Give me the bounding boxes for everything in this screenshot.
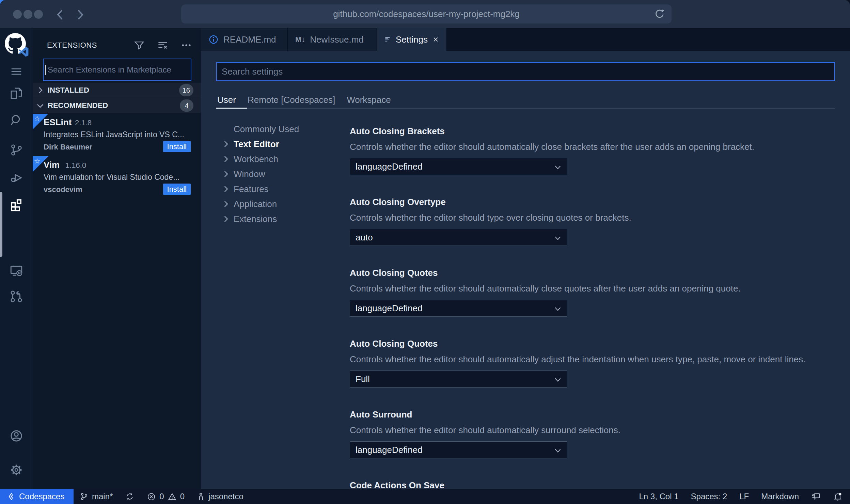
account-icon bbox=[9, 429, 23, 443]
toc-item-window[interactable]: Window bbox=[221, 167, 344, 182]
errors-count: 0 bbox=[159, 492, 164, 501]
account-button[interactable] bbox=[0, 425, 32, 447]
extensions-icon bbox=[9, 197, 23, 211]
branch-icon bbox=[80, 492, 89, 501]
markdown-icon: M↓ bbox=[295, 35, 305, 44]
tab-readme[interactable]: README.md bbox=[201, 28, 288, 51]
setting-value-dropdown[interactable]: languageDefined bbox=[350, 158, 567, 175]
settings-search-input[interactable] bbox=[216, 62, 835, 81]
reload-button[interactable] bbox=[654, 8, 665, 20]
tab-settings[interactable]: Settings bbox=[377, 28, 447, 51]
notifications-button[interactable] bbox=[827, 489, 850, 504]
section-recommended[interactable]: RECOMMENDED 4 bbox=[33, 98, 201, 113]
window-minimize-button[interactable] bbox=[23, 10, 32, 19]
sidebar-item-search[interactable] bbox=[0, 109, 32, 131]
branch-status[interactable]: main* bbox=[74, 489, 119, 504]
extension-publisher: vscodevim bbox=[44, 185, 82, 194]
extension-card-eslint[interactable]: ☆ ESLint 2.1.8 Integrates ESLint JavaScr… bbox=[33, 114, 201, 156]
sidebar-item-explorer[interactable] bbox=[0, 82, 32, 104]
source-control-icon bbox=[10, 143, 23, 157]
search-icon bbox=[10, 113, 23, 127]
chevron-right-icon bbox=[221, 200, 230, 208]
chevron-right-icon bbox=[221, 185, 230, 193]
tab-label: Settings bbox=[396, 34, 428, 45]
activity-bar bbox=[0, 28, 32, 489]
chevron-left-icon bbox=[55, 9, 65, 20]
setting-description: Controls whether the editor should autom… bbox=[350, 424, 840, 436]
sidebar-item-extensions[interactable] bbox=[0, 193, 32, 215]
settings-editor: User Remote [Codespaces] Workspace Commo… bbox=[201, 51, 850, 489]
address-bar[interactable]: github.com/codespaces/user-my-project-mg… bbox=[181, 4, 672, 23]
toc-item-features[interactable]: Features bbox=[221, 182, 344, 196]
info-icon bbox=[208, 34, 219, 45]
sidebar-item-run-debug[interactable] bbox=[0, 167, 32, 189]
remote-explorer-icon bbox=[9, 264, 23, 278]
language-mode-status[interactable]: Markdown bbox=[755, 489, 805, 504]
toc-item-workbench[interactable]: Workbench bbox=[221, 152, 344, 167]
setting-item-code-actions-on-save: Code Actions On Save bbox=[350, 480, 840, 489]
window-close-button[interactable] bbox=[13, 10, 22, 19]
close-icon[interactable] bbox=[432, 35, 439, 44]
filter-icon[interactable] bbox=[133, 40, 145, 51]
install-button[interactable]: Install bbox=[163, 184, 191, 195]
setting-description: Controls whether the editor should type … bbox=[350, 212, 840, 223]
toc-item-commonly-used[interactable]: Commonly Used bbox=[221, 122, 344, 137]
sidebar-item-source-control[interactable] bbox=[0, 139, 32, 161]
person-icon bbox=[197, 492, 205, 501]
setting-description: Controls whether the editor should autom… bbox=[350, 353, 840, 365]
setting-description: Controls whether the editor should autom… bbox=[350, 283, 840, 294]
setting-title: Auto Closing Brackets bbox=[350, 126, 840, 136]
chevron-right-icon bbox=[221, 140, 230, 148]
tab-newissue[interactable]: M↓ NewIssue.md bbox=[288, 28, 377, 51]
tab-bar: README.md M↓ NewIssue.md Settings bbox=[201, 28, 850, 51]
bell-icon bbox=[833, 492, 843, 501]
problems-status[interactable]: 0 0 bbox=[141, 489, 191, 504]
install-button[interactable]: Install bbox=[163, 141, 191, 152]
setting-value-dropdown[interactable]: auto bbox=[350, 229, 567, 246]
github-codespaces-logo[interactable] bbox=[5, 33, 27, 56]
toc-item-application[interactable]: Application bbox=[221, 196, 344, 211]
setting-value-dropdown[interactable]: Full bbox=[350, 371, 567, 388]
app-main: EXTENSIONS INSTALL bbox=[0, 28, 850, 489]
setting-value-dropdown[interactable]: languageDefined bbox=[350, 300, 567, 317]
menu-button[interactable] bbox=[0, 61, 32, 82]
section-label: INSTALLED bbox=[48, 86, 89, 95]
scope-tab-workspace[interactable]: Workspace bbox=[347, 95, 391, 105]
section-installed[interactable]: INSTALLED 16 bbox=[33, 83, 201, 98]
sync-status[interactable] bbox=[119, 489, 141, 504]
feedback-button[interactable] bbox=[805, 489, 827, 504]
remote-icon bbox=[6, 492, 15, 501]
editor-area: README.md M↓ NewIssue.md Settings bbox=[201, 28, 850, 489]
user-status[interactable]: jasonetco bbox=[191, 489, 250, 504]
codespaces-status-button[interactable]: Codespaces bbox=[0, 489, 74, 504]
scope-tab-user[interactable]: User bbox=[217, 95, 236, 105]
toc-item-text-editor[interactable]: Text Editor bbox=[221, 137, 344, 152]
toc-item-extensions[interactable]: Extensions bbox=[221, 211, 344, 226]
reload-icon bbox=[654, 8, 665, 20]
active-scope-underline bbox=[216, 108, 247, 109]
chevron-down-icon bbox=[554, 446, 562, 455]
warnings-count: 0 bbox=[180, 492, 185, 501]
settings-gear-button[interactable] bbox=[0, 459, 32, 481]
star-icon: ☆ bbox=[34, 114, 40, 123]
menu-icon bbox=[10, 65, 23, 78]
setting-value-dropdown[interactable]: languageDefined bbox=[350, 441, 567, 458]
scope-tab-remote[interactable]: Remote [Codespaces] bbox=[248, 95, 335, 105]
extension-description: Vim emulation for Visual Studio Code... bbox=[44, 173, 199, 182]
sidebar-item-pull-requests[interactable] bbox=[0, 285, 32, 307]
cursor-position-status[interactable]: Ln 3, Col 1 bbox=[633, 489, 684, 504]
extension-card-vim[interactable]: ☆ Vim 1.16.0 Vim emulation for Visual St… bbox=[33, 156, 201, 199]
eol-status[interactable]: LF bbox=[733, 489, 755, 504]
chevron-right-icon bbox=[76, 9, 85, 20]
indentation-status[interactable]: Spaces: 2 bbox=[685, 489, 734, 504]
feedback-icon bbox=[811, 492, 821, 501]
forward-button[interactable] bbox=[73, 7, 88, 22]
more-actions-icon[interactable] bbox=[180, 40, 192, 51]
clear-extensions-search-icon[interactable] bbox=[157, 40, 169, 51]
extensions-search-input[interactable] bbox=[43, 59, 191, 81]
back-button[interactable] bbox=[52, 7, 67, 22]
sidebar-item-remote-explorer[interactable] bbox=[0, 260, 32, 282]
warnings-icon bbox=[168, 492, 177, 501]
window-zoom-button[interactable] bbox=[34, 10, 43, 19]
sidebar-header: EXTENSIONS bbox=[33, 37, 201, 54]
